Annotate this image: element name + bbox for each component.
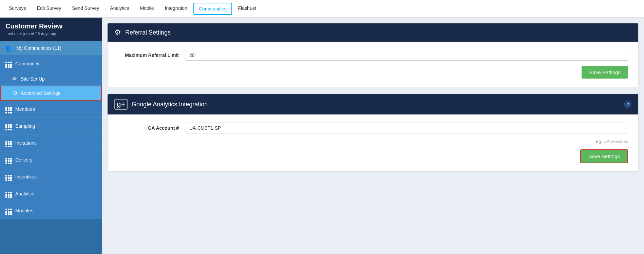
help-icon[interactable]: ? bbox=[624, 101, 631, 108]
google-plus-icon: g+ bbox=[114, 99, 128, 110]
nav-analytics[interactable]: Analytics bbox=[105, 1, 134, 17]
grid-icon-analytics bbox=[5, 189, 12, 198]
google-analytics-card: g+ Google Analytics Integration ? GA Acc… bbox=[107, 94, 639, 172]
sidebar: Customer Review Last user joined 26 days… bbox=[0, 18, 102, 254]
referral-save-button[interactable]: Save Settings bbox=[582, 66, 628, 79]
nav-flashlet[interactable]: FlashLet bbox=[233, 1, 262, 17]
referral-settings-header: ⚙ Referral Settings bbox=[108, 23, 638, 42]
nav-mobile[interactable]: Mobile bbox=[134, 1, 159, 17]
people-icon: 👥 bbox=[5, 44, 13, 52]
ga-hint-text: Eg: UA-xxxxx-xx bbox=[118, 139, 628, 144]
grid-icon-modules bbox=[5, 206, 12, 215]
nav-edit-survey[interactable]: Edit Survey bbox=[32, 1, 67, 17]
google-analytics-save-button[interactable]: Save Settings bbox=[580, 149, 628, 163]
gear-icon-referral: ⚙ bbox=[114, 28, 121, 37]
sidebar-label-sampling: Sampling bbox=[15, 123, 35, 129]
referral-limit-row: Maximum Referral Limit bbox=[118, 50, 628, 61]
referral-settings-card: ⚙ Referral Settings Maximum Referral Lim… bbox=[107, 23, 639, 87]
sidebar-subtitle: Last user joined 26 days ago bbox=[5, 31, 96, 36]
google-analytics-body: GA Account # Eg: UA-xxxxx-xx Save Settin… bbox=[108, 114, 638, 171]
my-communities-label: My Communities (11) bbox=[16, 45, 61, 51]
sidebar-item-sampling[interactable]: Sampling bbox=[0, 118, 102, 134]
sidebar-label-advanced-settings: Advanced Settings bbox=[21, 90, 60, 96]
sidebar-label-invitations: Invitations bbox=[15, 140, 37, 146]
sidebar-item-analytics[interactable]: Analytics bbox=[0, 185, 102, 202]
sidebar-item-community[interactable]: Community bbox=[0, 55, 102, 72]
google-analytics-header: g+ Google Analytics Integration ? bbox=[108, 94, 638, 114]
referral-settings-title: Referral Settings bbox=[125, 29, 171, 36]
referral-limit-input[interactable] bbox=[186, 50, 628, 61]
sidebar-label-community: Community bbox=[15, 61, 39, 66]
ga-account-input[interactable] bbox=[186, 123, 628, 133]
sidebar-item-delivery[interactable]: Delivery bbox=[0, 151, 102, 168]
sidebar-label-incentives: Incentives bbox=[15, 174, 37, 179]
sidebar-item-site-setup[interactable]: 👁 Site Set Up bbox=[0, 72, 102, 86]
grid-icon-incentives bbox=[5, 172, 12, 181]
sidebar-label-delivery: Delivery bbox=[15, 157, 33, 163]
referral-settings-body: Maximum Referral Limit Save Settings bbox=[108, 42, 638, 87]
sidebar-label-members: Members bbox=[15, 106, 35, 112]
sidebar-title: Customer Review bbox=[5, 22, 96, 30]
sidebar-item-advanced-settings[interactable]: ⚙ Advanced Settings bbox=[0, 86, 102, 101]
sidebar-label-analytics: Analytics bbox=[15, 191, 34, 196]
ga-account-label: GA Account # bbox=[118, 125, 179, 131]
sidebar-item-modules[interactable]: Modules bbox=[0, 202, 102, 219]
sidebar-label-site-setup: Site Set Up bbox=[21, 76, 45, 82]
sidebar-item-incentives[interactable]: Incentives bbox=[0, 168, 102, 185]
nav-communities[interactable]: Communities bbox=[193, 3, 232, 15]
main-layout: Customer Review Last user joined 26 days… bbox=[0, 18, 644, 254]
google-analytics-title: Google Analytics Integration bbox=[132, 101, 208, 108]
sidebar-label-modules: Modules bbox=[15, 208, 33, 213]
referral-limit-label: Maximum Referral Limit bbox=[118, 52, 179, 58]
sidebar-item-members[interactable]: Members bbox=[0, 101, 102, 118]
main-content: ⚙ Referral Settings Maximum Referral Lim… bbox=[102, 18, 644, 254]
grid-icon-invitations bbox=[5, 138, 12, 147]
nav-surveys[interactable]: Surveys bbox=[3, 1, 32, 17]
nav-send-survey[interactable]: Send Survey bbox=[67, 1, 105, 17]
nav-integration[interactable]: Integration bbox=[159, 1, 193, 17]
grid-icon-members bbox=[5, 104, 12, 113]
gear-icon-advanced: ⚙ bbox=[13, 90, 17, 96]
grid-icon-community bbox=[5, 59, 12, 68]
sidebar-header: Customer Review Last user joined 26 days… bbox=[0, 18, 102, 41]
top-nav: Surveys Edit Survey Send Survey Analytic… bbox=[0, 0, 644, 18]
my-communities-section[interactable]: 👥 My Communities (11) bbox=[0, 41, 102, 55]
sidebar-item-invitations[interactable]: Invitations bbox=[0, 134, 102, 151]
grid-icon-delivery bbox=[5, 155, 12, 164]
grid-icon-sampling bbox=[5, 121, 12, 130]
ga-account-row: GA Account # bbox=[118, 123, 628, 133]
eye-icon-site-setup: 👁 bbox=[12, 76, 17, 82]
